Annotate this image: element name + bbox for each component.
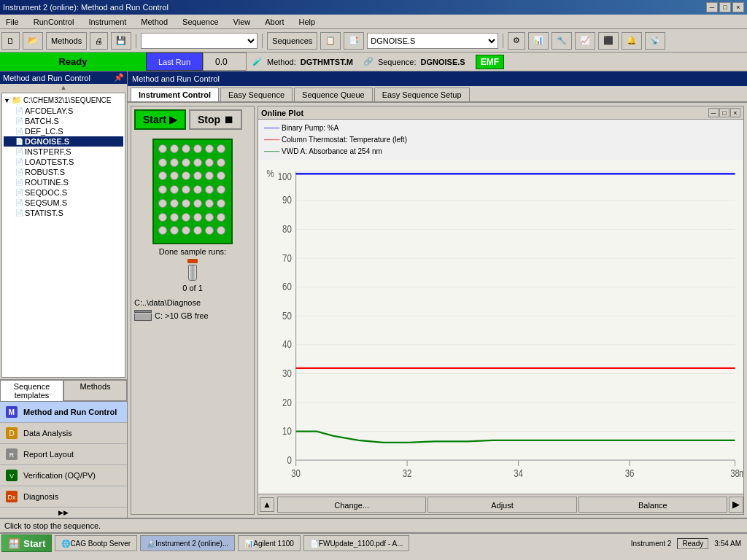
minimize-button[interactable]: ─ — [706, 2, 718, 12]
toolbar-icon-btn4[interactable]: 📈 — [575, 32, 595, 50]
nav-data-analysis[interactable]: D Data Analysis — [0, 423, 127, 444]
stop-button[interactable]: Stop ⏹ — [189, 109, 242, 130]
well-12 — [217, 158, 225, 167]
svg-text:R: R — [9, 451, 15, 459]
start-menu-button[interactable]: 🪟 Start — [1, 534, 52, 552]
title-bar-buttons: ─ □ × — [706, 2, 744, 12]
tree-item-statist[interactable]: 📄 STATIST.S — [4, 208, 123, 218]
tree-item-dgnoise[interactable]: 📄 DGNOISE.S — [4, 136, 123, 147]
start-button[interactable]: Start ▶ — [134, 109, 186, 130]
close-button[interactable]: × — [732, 2, 744, 12]
method-value: DGTHMTST.M — [301, 58, 353, 66]
nav-expand-arrow[interactable]: ▶▶ — [0, 508, 127, 518]
well-4 — [193, 144, 202, 153]
tree-item-afcdelay[interactable]: 📄 AFCDELAY.S — [4, 106, 123, 116]
well-27 — [182, 199, 190, 208]
file-icon: 📄 — [15, 209, 23, 217]
taskbar-cag[interactable]: 🌐 CAG Bootp Server — [55, 535, 137, 551]
tree-item-deflc[interactable]: 📄 DEF_LC.S — [4, 126, 123, 136]
sequence-icon: 🔗 — [363, 57, 374, 66]
toolbar-icon-btn3[interactable]: 🔧 — [551, 32, 572, 50]
bottom-message-bar: Click to stop the sequence. — [0, 518, 747, 532]
maximize-button[interactable]: □ — [719, 2, 731, 12]
tab-easy-sequence-setup[interactable]: Easy Sequence Setup — [374, 88, 470, 101]
toolbar-open-button[interactable]: 📂 — [23, 32, 43, 50]
well-39 — [182, 226, 190, 235]
toolbar-icon-btn7[interactable]: 📡 — [645, 32, 665, 50]
methods-button[interactable]: Methods — [46, 32, 87, 50]
taskbar-agilent[interactable]: 📊 Agilent 1100 — [238, 535, 301, 551]
plot-scroll-right-button[interactable]: ▶ — [729, 497, 743, 513]
toolbar-new-button[interactable]: 🗋 — [1, 32, 20, 50]
svg-text:40: 40 — [282, 338, 292, 351]
tab-sequence-templates[interactable]: Sequence templates — [0, 380, 63, 401]
plot-scroll-up-button[interactable]: ▲ — [260, 497, 274, 512]
nav-verification[interactable]: V Verification (OQ/PV) — [0, 465, 127, 486]
tree-item-seqsum[interactable]: 📄 SEQSUM.S — [4, 198, 123, 208]
toolbar-save-button[interactable]: 💾 — [111, 32, 131, 50]
pdf-icon: 📄 — [310, 540, 319, 548]
menu-file[interactable]: File — [3, 17, 22, 27]
scroll-up-arrow[interactable]: ▲ — [0, 84, 127, 91]
menu-abort[interactable]: Abort — [262, 17, 287, 27]
toolbar-icon-btn1[interactable]: ⚙ — [508, 32, 525, 50]
menu-help[interactable]: Help — [296, 17, 319, 27]
tree-item-robust[interactable]: 📄 ROBUST.S — [4, 167, 123, 177]
sample-count: 0 of 1 — [134, 284, 251, 292]
nav-report-layout[interactable]: R Report Layout — [0, 444, 127, 465]
menu-runcontrol[interactable]: RunControl — [31, 17, 77, 27]
well-26 — [170, 199, 179, 208]
tree-item-seqdoc[interactable]: 📄 SEQDOC.S — [4, 187, 123, 198]
menu-method[interactable]: Method — [138, 17, 171, 27]
nav-method-run-control[interactable]: M Method and Run Control — [0, 402, 127, 423]
tree-item-routine[interactable]: 📄 ROUTINE.S — [4, 177, 123, 187]
plot-title: Online Plot — [261, 109, 303, 117]
panel-pin-icon[interactable]: 📌 — [114, 73, 124, 82]
content-area: Start ▶ Stop ⏹ — [128, 103, 747, 518]
tab-easy-sequence[interactable]: Easy Sequence — [220, 88, 293, 101]
well-29 — [205, 199, 214, 208]
toolbar-seq-btn1[interactable]: 📋 — [320, 32, 341, 50]
svg-rect-10 — [258, 160, 743, 494]
agilent-icon: 📊 — [244, 540, 253, 548]
tab-instrument-control[interactable]: Instrument Control — [131, 88, 219, 101]
svg-text:M: M — [9, 408, 15, 416]
menu-view[interactable]: View — [231, 17, 254, 27]
taskbar-instrument2[interactable]: 🔬 Instrument 2 (online)... — [140, 535, 235, 551]
well-41 — [205, 226, 214, 235]
sequence-value: DGNOISE.S — [421, 58, 465, 66]
well-38 — [170, 226, 179, 235]
tab-sequence-queue[interactable]: Sequence Queue — [294, 88, 373, 101]
tab-methods[interactable]: Methods — [63, 380, 127, 401]
file-icon: 📄 — [15, 199, 23, 206]
file-icon: 📄 — [15, 148, 23, 155]
svg-text:50: 50 — [282, 309, 292, 322]
menu-instrument[interactable]: Instrument — [85, 17, 129, 27]
toolbar-icon-btn6[interactable]: 🔔 — [622, 32, 642, 50]
sequence-dropdown[interactable]: DGNOISE.S — [367, 33, 498, 49]
plot-close-button[interactable]: × — [730, 108, 740, 117]
plot-maximize-button[interactable]: □ — [719, 108, 729, 117]
tree-root[interactable]: ▼ 📁 C:\CHEM32\1\SEQUENCE — [4, 95, 123, 106]
toolbar-icon-btn5[interactable]: ⬛ — [598, 32, 619, 50]
sequences-button[interactable]: Sequences — [267, 32, 317, 50]
file-icon: 📄 — [15, 107, 23, 114]
toolbar-print-button[interactable]: 🖨 — [90, 32, 108, 50]
file-tree: ▼ 📁 C:\CHEM32\1\SEQUENCE 📄 AFCDELAY.S 📄 … — [1, 93, 125, 378]
vial-container — [134, 259, 251, 281]
change-button[interactable]: Change... — [277, 497, 426, 513]
legend-red: ─── Column Thermostat: Temperature (left… — [264, 134, 738, 146]
toolbar-seq-btn2[interactable]: 📑 — [344, 32, 364, 50]
tree-item-loadtest[interactable]: 📄 LOADTEST.S — [4, 157, 123, 167]
adjust-button[interactable]: Adjust — [427, 497, 576, 513]
balance-button[interactable]: Balance — [578, 497, 727, 513]
menu-sequence[interactable]: Sequence — [179, 17, 222, 27]
tree-item-batch[interactable]: 📄 BATCH.S — [4, 116, 123, 126]
toolbar-icon-btn2[interactable]: 📊 — [528, 32, 549, 50]
method-dropdown[interactable] — [141, 33, 258, 49]
well-25 — [158, 199, 167, 208]
plot-minimize-button[interactable]: ─ — [708, 108, 719, 117]
nav-diagnosis[interactable]: Dx Diagnosis — [0, 486, 127, 508]
taskbar-fwupdate[interactable]: 📄 FWUpdate_1100.pdf - A... — [303, 535, 410, 551]
tree-item-instperf[interactable]: 📄 INSTPERF.S — [4, 147, 123, 157]
